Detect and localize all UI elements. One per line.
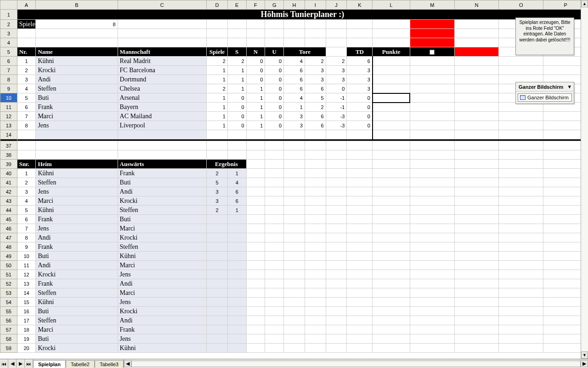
cell[interactable] [499,130,543,139]
cell[interactable] [284,20,305,29]
row-header-7[interactable]: 7 [0,66,17,75]
cell[interactable]: 0 [265,112,284,121]
cell[interactable]: 6 [17,103,36,112]
cell[interactable]: Jens [36,187,118,196]
cell[interactable] [305,38,326,47]
cell[interactable] [305,20,326,29]
cell[interactable] [207,270,228,279]
cell[interactable]: 2 [207,206,228,215]
cell[interactable] [227,325,246,334]
cell[interactable] [265,325,284,334]
cell[interactable] [265,233,284,242]
cell[interactable] [305,150,326,160]
row-header-12[interactable]: 12 [0,112,17,121]
cell[interactable]: Mannschaft [118,47,206,57]
spreadsheet-grid[interactable]: ABCDEFGHIJKLMNOP 1Höhmis Tunierplaner :)… [0,0,588,353]
cell[interactable]: 2 [227,57,246,66]
cell[interactable] [410,121,454,130]
cell[interactable] [373,261,410,270]
row-header-8[interactable]: 8 [0,75,17,84]
cell[interactable] [284,270,305,279]
sheet-nav-2[interactable]: ▶ [17,359,25,368]
sheet-nav-1[interactable]: ◀ [8,359,17,368]
cell[interactable]: 1 [17,57,36,66]
col-header-B[interactable]: B [36,0,118,10]
cell[interactable] [454,196,499,206]
cell[interactable] [305,169,326,178]
cell[interactable] [347,316,373,325]
cell[interactable] [373,187,410,196]
cell[interactable] [410,196,454,206]
cell[interactable] [227,224,246,233]
cell[interactable] [246,334,265,344]
cell[interactable] [347,279,373,288]
cell[interactable] [347,325,373,334]
cell[interactable]: -3 [326,121,347,130]
cell[interactable] [326,334,347,344]
row-header-47[interactable]: 47 [0,233,17,242]
cell[interactable]: 4 [284,93,305,103]
cell[interactable] [347,38,373,47]
cell[interactable] [410,75,454,84]
cell[interactable] [410,288,454,298]
cell[interactable] [499,187,543,196]
cell[interactable] [499,252,543,261]
cell[interactable] [326,307,347,316]
cell[interactable] [305,141,326,150]
cell[interactable]: 0 [326,84,347,93]
cell[interactable] [326,141,347,150]
cell[interactable]: Marci [118,288,206,298]
cell[interactable] [284,160,305,169]
cell[interactable] [326,242,347,252]
cell[interactable]: -1 [326,103,347,112]
row-header-40[interactable]: 40 [0,169,17,178]
cell[interactable] [410,215,454,224]
cell[interactable] [499,261,543,270]
cell[interactable] [305,206,326,215]
cell[interactable]: Real Madrit [118,57,206,66]
cell[interactable]: Kühni [118,252,206,261]
hscroll-track[interactable] [131,361,581,367]
cell[interactable]: Krocki [36,344,118,353]
cell[interactable]: Frank [118,169,206,178]
cell[interactable]: Marci [36,112,118,121]
cell[interactable]: 7 [17,224,36,233]
cell[interactable] [373,316,410,325]
cell[interactable]: Snr. [17,160,36,169]
row-header-10[interactable]: 10 [0,93,17,103]
cell[interactable] [246,196,265,206]
cell[interactable] [305,325,326,334]
row-header-5[interactable]: 5 [0,47,17,57]
cell[interactable] [265,169,284,178]
cell[interactable]: 3 [347,75,373,84]
cell[interactable] [265,224,284,233]
cell[interactable] [227,270,246,279]
cell[interactable] [326,196,347,206]
cell[interactable]: 3 [207,196,228,206]
cell[interactable]: ▢ [410,47,454,57]
cell[interactable] [347,130,373,139]
col-header-G[interactable]: G [265,0,284,10]
cell[interactable] [410,169,454,178]
cell[interactable] [410,57,454,66]
cell[interactable] [246,130,265,139]
cell[interactable] [284,334,305,344]
cell[interactable] [499,150,543,160]
cell[interactable] [326,325,347,334]
cell[interactable]: 10 [17,252,36,261]
cell[interactable]: Buti [36,93,118,103]
cell[interactable] [326,206,347,215]
cell[interactable] [373,215,410,224]
cell[interactable]: 16 [17,307,36,316]
cell[interactable] [305,307,326,316]
cell[interactable]: 6 [347,57,373,66]
cell[interactable] [305,344,326,353]
cell[interactable]: AC Mailand [118,112,206,121]
cell[interactable] [284,169,305,178]
cell[interactable] [265,141,284,150]
cell[interactable]: Steffen [118,242,206,252]
cell[interactable] [326,316,347,325]
spieler-count[interactable]: 8 [36,20,118,29]
cell[interactable]: Andi [36,261,118,270]
select-all-cell[interactable] [0,0,17,10]
